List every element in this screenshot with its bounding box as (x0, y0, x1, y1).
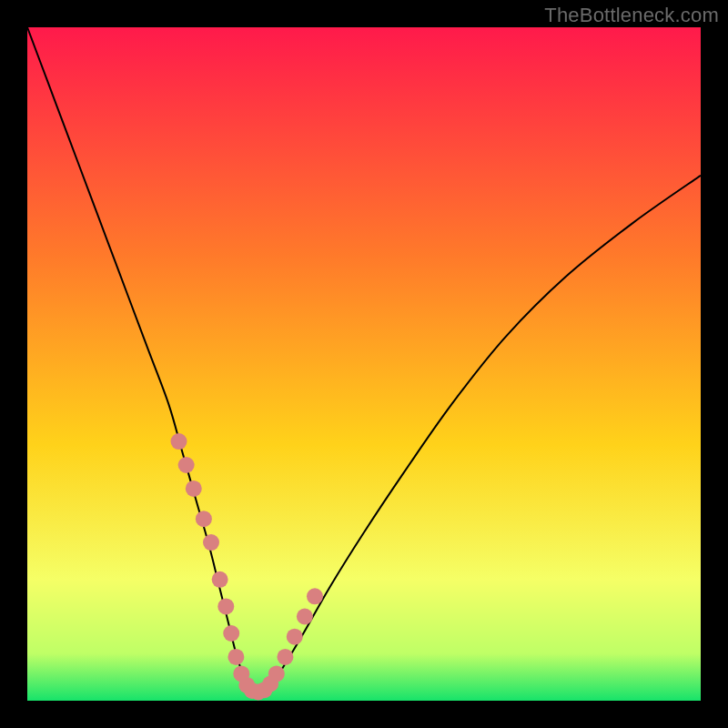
marker-point (297, 609, 313, 625)
marker-point (171, 433, 187, 450)
marker-point (212, 571, 228, 588)
marker-point (277, 649, 293, 665)
marker-point (307, 588, 323, 604)
gradient-background (27, 27, 701, 701)
marker-point (178, 457, 195, 473)
marker-point (268, 665, 285, 682)
marker-point (228, 649, 244, 665)
marker-point (287, 629, 303, 645)
marker-point (223, 625, 239, 642)
marker-point (186, 480, 202, 497)
stage: TheBottleneck.com (0, 0, 728, 728)
plot-svg (27, 27, 701, 701)
marker-point (203, 534, 219, 551)
marker-point (196, 511, 212, 527)
watermark-text: TheBottleneck.com (544, 4, 719, 27)
plot-area (27, 27, 701, 701)
marker-point (217, 598, 234, 614)
